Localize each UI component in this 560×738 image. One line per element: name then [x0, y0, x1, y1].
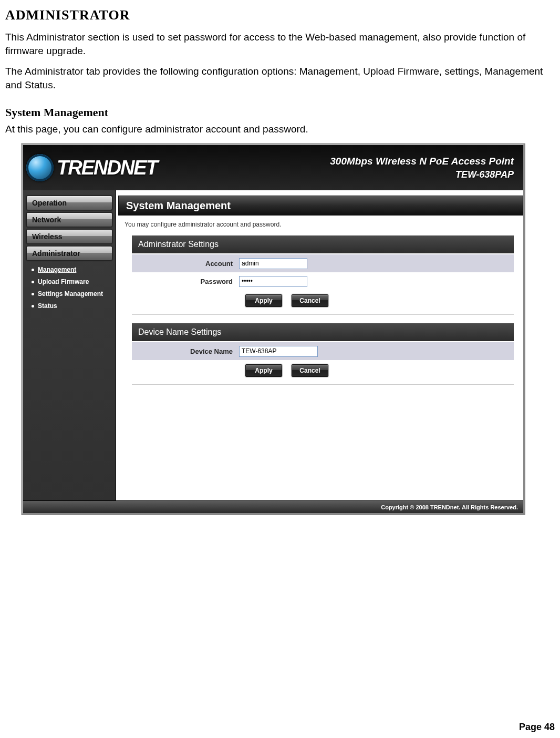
product-title-line2: TEW-638PAP	[330, 168, 514, 181]
sidebar: Operation Network Wireless Administrator…	[23, 190, 116, 500]
router-screenshot: TRENDNET 300Mbps Wireless N PoE Access P…	[21, 143, 525, 515]
router-body: Operation Network Wireless Administrator…	[23, 190, 523, 500]
device-name-label: Device Name	[134, 347, 239, 355]
router-header: TRENDNET 300Mbps Wireless N PoE Access P…	[23, 145, 523, 190]
section-intro: At this page, you can configure administ…	[5, 122, 555, 136]
subnav-upload-firmware[interactable]: Upload Firmware	[30, 276, 116, 288]
password-row: Password	[132, 272, 514, 290]
device-button-row: Apply Cancel	[132, 360, 514, 377]
brand: TRENDNET	[26, 154, 157, 181]
page-title: ADMINISTRATOR	[5, 7, 555, 23]
panel-title: System Management	[118, 196, 523, 216]
subnav-item-label: Settings Management	[38, 290, 103, 298]
section-title: System Management	[5, 106, 555, 119]
device-name-settings-block: Device Name Settings Device Name Apply C…	[132, 323, 514, 385]
subnav-status[interactable]: Status	[30, 300, 116, 312]
device-name-settings-header: Device Name Settings	[132, 323, 514, 341]
subnav-item-label: Management	[38, 266, 76, 273]
intro-paragraph-1: This Administrator section is used to se…	[5, 30, 555, 57]
panel-description: You may configure administrator account …	[116, 216, 523, 235]
intro-paragraph-2: The Administrator tab provides the follo…	[5, 65, 555, 91]
account-row: Account	[132, 254, 514, 272]
subnav-item-label: Status	[38, 302, 57, 310]
administrator-settings-block: Adminstrator Settings Account Password A…	[132, 235, 514, 315]
device-cancel-button[interactable]: Cancel	[292, 364, 328, 377]
password-input[interactable]	[239, 276, 307, 287]
subnav: Management Upload Firmware Settings Mana…	[23, 263, 116, 312]
brand-text: TRENDNET	[57, 157, 157, 179]
password-label: Password	[134, 278, 239, 285]
nav-operation[interactable]: Operation	[26, 196, 112, 210]
router-footer: Copyright © 2008 TRENDnet. All Rights Re…	[23, 500, 523, 513]
device-apply-button[interactable]: Apply	[245, 364, 282, 377]
admin-cancel-button[interactable]: Cancel	[292, 294, 328, 307]
admin-apply-button[interactable]: Apply	[245, 294, 282, 307]
nav-wireless[interactable]: Wireless	[26, 229, 112, 244]
account-label: Account	[134, 260, 239, 268]
admin-button-row: Apply Cancel	[132, 290, 514, 307]
brand-logo-icon	[26, 154, 54, 181]
main-panel: System Management You may configure admi…	[116, 190, 523, 500]
product-title-line1: 300Mbps Wireless N PoE Access Point	[330, 155, 514, 168]
nav-network[interactable]: Network	[26, 212, 112, 227]
subnav-settings-management[interactable]: Settings Management	[30, 288, 116, 300]
device-name-row: Device Name	[132, 342, 514, 360]
administrator-settings-header: Adminstrator Settings	[132, 235, 514, 253]
product-title: 300Mbps Wireless N PoE Access Point TEW-…	[330, 155, 514, 181]
nav-administrator[interactable]: Administrator	[26, 246, 112, 261]
device-name-input[interactable]	[239, 346, 318, 357]
subnav-item-label: Upload Firmware	[38, 278, 89, 285]
account-input[interactable]	[239, 258, 307, 269]
subnav-management[interactable]: Management	[30, 264, 116, 276]
